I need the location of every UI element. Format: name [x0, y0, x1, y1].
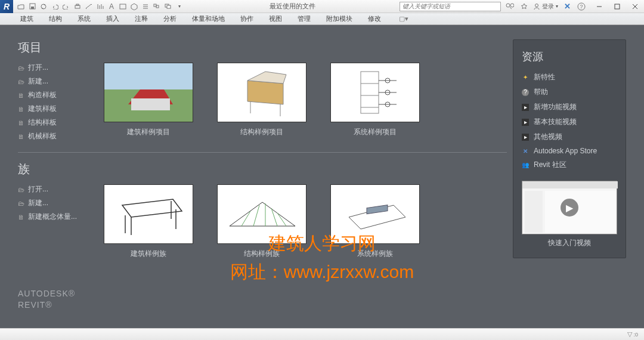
link-label: 新建...: [28, 76, 48, 86]
family-new-conceptual[interactable]: 🗎新建概念体量...: [18, 212, 89, 222]
save-icon[interactable]: [27, 2, 38, 11]
tile-thumbnail: [104, 63, 193, 122]
svg-point-12: [535, 4, 538, 7]
help-icon[interactable]: ?: [576, 2, 587, 11]
tile-system-project[interactable]: 系统样例项目: [330, 63, 420, 141]
tab-analyze[interactable]: 分析: [161, 13, 179, 24]
play-icon: ▸: [522, 119, 529, 126]
project-template-mech[interactable]: 🗎机械样板: [18, 131, 89, 141]
filter-icon[interactable]: ▽: [627, 330, 632, 338]
res-other-video[interactable]: ▸其他视频: [522, 132, 617, 142]
minimize-button[interactable]: [590, 0, 608, 13]
tile-label: 系统样例族: [330, 249, 420, 259]
titlebar-right: 登录 ▾ ✕ ?: [504, 2, 587, 11]
link-label: 新建概念体量...: [28, 212, 77, 222]
tab-collaborate[interactable]: 协作: [238, 13, 256, 24]
sync-icon[interactable]: [38, 2, 49, 11]
intro-video-thumb[interactable]: ▶: [522, 181, 617, 234]
res-label: 新特性: [534, 72, 555, 82]
play-icon: ▸: [522, 134, 529, 141]
login-button[interactable]: 登录 ▾: [533, 2, 558, 11]
svg-point-2: [41, 4, 46, 9]
play-icon: ▸: [522, 104, 529, 111]
svg-rect-6: [154, 4, 156, 7]
titlebar: R A ▾ 最近使用的文件 登录 ▾ ✕ ?: [0, 0, 644, 13]
brand-line1: AUTODESK®: [18, 288, 75, 300]
tab-modify[interactable]: 修改: [366, 13, 383, 24]
res-community[interactable]: 👥Revit 社区: [522, 160, 617, 170]
open-icon[interactable]: [16, 2, 26, 11]
res-whatsnew[interactable]: ✦新特性: [522, 72, 617, 82]
undo-icon[interactable]: [49, 2, 60, 11]
thin-lines-icon[interactable]: [140, 2, 151, 11]
project-open[interactable]: 🗁打开...: [18, 63, 89, 73]
print-icon[interactable]: [72, 2, 83, 11]
folder-icon: 🗁: [18, 78, 24, 85]
tab-insert[interactable]: 插入: [104, 13, 122, 24]
quick-access-toolbar: A ▾: [16, 2, 185, 11]
res-appstore[interactable]: ✕Autodesk App Store: [522, 147, 617, 155]
search-input[interactable]: [400, 2, 501, 11]
tab-view[interactable]: 视图: [267, 13, 284, 24]
tab-manage[interactable]: 管理: [295, 13, 313, 24]
tile-system-family[interactable]: 系统样例族: [330, 184, 420, 259]
tab-addins[interactable]: 附加模块: [324, 13, 355, 24]
svg-rect-49: [545, 191, 615, 233]
close-button[interactable]: [626, 0, 644, 13]
res-skill-video[interactable]: ▸基本技能视频: [522, 117, 617, 127]
qat-dropdown-icon[interactable]: ▾: [174, 2, 185, 11]
tab-structure[interactable]: 结构: [47, 13, 64, 24]
play-icon: ▶: [561, 199, 578, 217]
3dview-icon[interactable]: [129, 2, 140, 11]
project-template-struct[interactable]: 🗎结构样板: [18, 118, 89, 128]
favorite-icon[interactable]: [519, 2, 530, 11]
switch-windows-icon[interactable]: [163, 2, 174, 11]
res-help[interactable]: ?帮助: [522, 87, 617, 97]
tile-thumbnail: [104, 184, 193, 244]
tile-arch-family[interactable]: 建筑样例族: [104, 184, 193, 259]
res-newfeature-video[interactable]: ▸新增功能视频: [522, 102, 617, 112]
tile-thumbnail: [330, 63, 420, 122]
file-icon: 🗎: [18, 214, 24, 221]
file-icon: 🗎: [18, 106, 24, 113]
tile-struct-project[interactable]: 结构样例项目: [217, 63, 306, 141]
project-tiles: 建筑样例项目 结构样例项目 系统样例项目: [104, 63, 420, 141]
res-label: Revit 社区: [534, 160, 566, 170]
tile-label: 建筑样例族: [104, 249, 193, 259]
search-icon[interactable]: [504, 2, 515, 11]
maximize-button[interactable]: [608, 0, 626, 13]
svg-rect-4: [76, 4, 79, 5]
tile-label: 结构样例族: [217, 249, 306, 259]
close-hidden-icon[interactable]: [151, 2, 162, 11]
section-title-project: 项目: [18, 39, 507, 55]
tab-massing[interactable]: 体量和场地: [190, 13, 227, 24]
exchange-icon[interactable]: ✕: [562, 2, 572, 11]
measure-icon[interactable]: [83, 2, 94, 11]
tab-annotate[interactable]: 注释: [132, 13, 150, 24]
res-label: 新增功能视频: [534, 102, 577, 112]
app-icon[interactable]: R: [0, 0, 13, 13]
tab-systems[interactable]: 系统: [75, 13, 93, 24]
text-icon[interactable]: A: [106, 2, 117, 11]
family-open[interactable]: 🗁打开...: [18, 184, 89, 194]
tile-struct-family[interactable]: 结构样例族: [217, 184, 306, 259]
ribbon-collapse-icon[interactable]: ▢▾: [399, 15, 408, 23]
tile-label: 系统样例项目: [330, 127, 420, 137]
resources-title: 资源: [522, 50, 617, 64]
tile-arch-project[interactable]: 建筑样例项目: [104, 63, 193, 141]
align-icon[interactable]: [95, 2, 106, 11]
svg-marker-39: [230, 202, 295, 226]
filter-count: :0: [633, 332, 638, 338]
section-icon[interactable]: [117, 2, 128, 11]
project-links: 🗁打开... 🗁新建... 🗎构造样板 🗎建筑样板 🗎结构样板 🗎机械样板: [18, 63, 89, 141]
redo-icon[interactable]: [61, 2, 72, 11]
tab-architecture[interactable]: 建筑: [18, 13, 36, 24]
file-icon: 🗎: [18, 133, 24, 140]
exchange-icon: ✕: [522, 147, 529, 154]
project-template-construction[interactable]: 🗎构造样板: [18, 90, 89, 100]
svg-rect-47: [522, 181, 618, 188]
folder-icon: 🗁: [18, 186, 24, 193]
project-new[interactable]: 🗁新建...: [18, 76, 89, 86]
family-new[interactable]: 🗁新建...: [18, 198, 89, 208]
project-template-arch[interactable]: 🗎建筑样板: [18, 104, 89, 114]
